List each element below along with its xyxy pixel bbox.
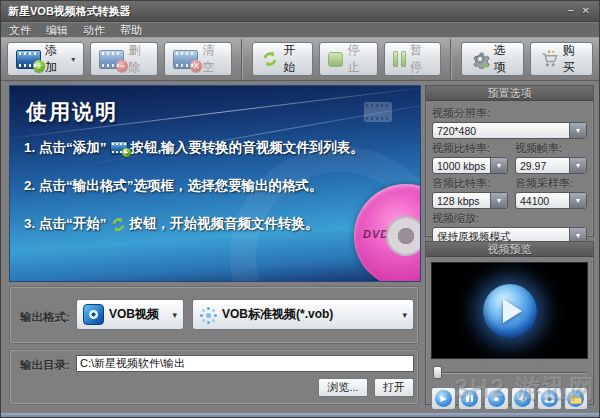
add-label: 添加 bbox=[45, 42, 65, 76]
add-dropdown-arrow-icon[interactable]: ▾ bbox=[71, 55, 75, 64]
folder-icon bbox=[567, 390, 584, 407]
open-button[interactable]: 打开 bbox=[374, 378, 414, 397]
chevron-down-icon[interactable]: ▾ bbox=[490, 158, 507, 173]
output-directory-input[interactable] bbox=[76, 355, 414, 372]
preview-panel-title: 视频预览 bbox=[426, 242, 593, 257]
resolution-select[interactable]: 720*480 ▾ bbox=[432, 122, 587, 139]
preview-pause-button[interactable] bbox=[458, 387, 483, 410]
add-button[interactable]: + 添加 ▾ bbox=[7, 42, 84, 76]
stop-button[interactable]: 停止 bbox=[319, 42, 378, 76]
combo-arrow-icon[interactable]: ▾ bbox=[172, 310, 177, 320]
seek-thumb[interactable] bbox=[433, 366, 442, 379]
inline-recycle-icon bbox=[110, 216, 127, 233]
video-bitrate-value: 1000 kbps bbox=[433, 158, 490, 173]
title-bar: 新星VOB视频格式转换器 – ✕ bbox=[1, 1, 599, 22]
chevron-down-icon[interactable]: ▾ bbox=[569, 158, 586, 173]
app-window: 新星VOB视频格式转换器 – ✕ 文件 编辑 动作 帮助 + 添加 ▾ − 删除… bbox=[0, 0, 600, 418]
preset-panel-title: 预置选项 bbox=[426, 86, 593, 101]
close-button-icon[interactable]: ✕ bbox=[582, 5, 590, 17]
pause-label: 暂停 bbox=[410, 42, 432, 76]
stop-icon: ■ bbox=[494, 395, 499, 403]
preview-mute-button[interactable] bbox=[511, 387, 536, 410]
samplerate-label: 音频采样率: bbox=[515, 176, 587, 191]
clear-button[interactable]: ✕ 清空 bbox=[164, 42, 232, 76]
output-format-group: 输出格式: VOB视频 ▾ VOB标准视频(*.vob) ▾ bbox=[9, 286, 419, 344]
instruction-step-3: 3. 点击“开始” 按钮，开始视频音频文件转换。 bbox=[24, 215, 319, 233]
video-preview-area bbox=[431, 262, 588, 359]
options-label: 选项 bbox=[494, 42, 515, 76]
gear-icon bbox=[470, 49, 490, 69]
output-format-select[interactable]: VOB视频 ▾ bbox=[76, 299, 184, 330]
profile-dots-icon bbox=[199, 306, 217, 324]
video-scale-label: 视频缩放: bbox=[432, 211, 587, 226]
stop-label: 停止 bbox=[347, 42, 369, 76]
inline-filmstrip-add-icon: + bbox=[110, 141, 128, 155]
minimize-button-icon[interactable]: – bbox=[568, 5, 574, 17]
delete-label: 删除 bbox=[128, 42, 149, 76]
stop-square-icon bbox=[328, 52, 343, 67]
window-title: 新星VOB视频格式转换器 bbox=[1, 4, 131, 19]
start-button[interactable]: 开始 bbox=[252, 42, 313, 76]
video-preview-panel: 视频预览 ▶ ■ bbox=[425, 241, 594, 405]
player-controls: ▶ ■ bbox=[431, 387, 588, 410]
instruction-step-1: 1. 点击“添加” + 按钮,输入要转换的音视频文件到列表。 bbox=[24, 139, 364, 157]
browse-button[interactable]: 浏览... bbox=[318, 378, 368, 397]
browse-label: 浏览... bbox=[327, 380, 358, 395]
options-button[interactable]: 选项 bbox=[461, 42, 524, 76]
filmstrip-clear-icon: ✕ bbox=[173, 50, 198, 69]
media-player-logo-icon bbox=[483, 284, 537, 338]
vob-format-icon bbox=[83, 304, 104, 325]
play-icon: ▶ bbox=[440, 395, 446, 403]
preview-snapshot-button[interactable] bbox=[537, 387, 562, 410]
samplerate-value: 44100 bbox=[516, 193, 569, 208]
toolbar-separator bbox=[241, 39, 243, 79]
pause-bars-icon bbox=[393, 51, 406, 67]
pause-icon bbox=[466, 395, 473, 402]
delete-button[interactable]: − 删除 bbox=[90, 42, 158, 76]
start-label: 开始 bbox=[283, 42, 304, 76]
resolution-label: 视频分辨率: bbox=[432, 106, 587, 121]
output-profile-select[interactable]: VOB标准视频(*.vob) ▾ bbox=[192, 299, 414, 330]
menu-file[interactable]: 文件 bbox=[9, 23, 31, 38]
start-recycle-icon bbox=[261, 50, 279, 68]
combo-arrow-icon[interactable]: ▾ bbox=[402, 310, 407, 320]
preview-folder-button[interactable] bbox=[564, 387, 589, 410]
output-directory-label: 输出目录: bbox=[20, 358, 70, 373]
video-bitrate-select[interactable]: 1000 kbps ▾ bbox=[432, 157, 508, 174]
menu-edit[interactable]: 编辑 bbox=[46, 23, 68, 38]
camera-icon bbox=[541, 390, 558, 407]
step1-text-pre: 1. 点击“添加” bbox=[24, 139, 107, 157]
window-bottom-edge bbox=[1, 413, 599, 417]
step3-text-post: 按钮，开始视频音频文件转换。 bbox=[130, 215, 319, 233]
samplerate-select[interactable]: 44100 ▾ bbox=[515, 192, 587, 209]
chevron-down-icon[interactable]: ▾ bbox=[569, 123, 586, 138]
instruction-step-2: 2. 点击“输出格式”选项框，选择您要输出的格式。 bbox=[24, 177, 323, 195]
menu-help[interactable]: 帮助 bbox=[120, 23, 142, 38]
step1-text-post: 按钮,输入要转换的音视频文件到列表。 bbox=[131, 139, 364, 157]
preview-play-button[interactable]: ▶ bbox=[431, 387, 456, 410]
video-bitrate-label: 视频比特率: bbox=[432, 141, 508, 156]
menu-action[interactable]: 动作 bbox=[83, 23, 105, 38]
seek-slider[interactable] bbox=[432, 366, 587, 379]
output-profile-value: VOB标准视频(*.vob) bbox=[222, 306, 333, 323]
buy-button[interactable]: 购买 bbox=[530, 42, 593, 76]
preview-stop-button[interactable]: ■ bbox=[484, 387, 509, 410]
filmstrip-delete-icon: − bbox=[99, 50, 124, 69]
step2-text: 2. 点击“输出格式”选项框，选择您要输出的格式。 bbox=[24, 177, 323, 195]
instructions-banner: DVD ROM 使用说明 1. 点击“添加” + 按钮,输入要转换的音视频文件到… bbox=[9, 85, 421, 282]
output-directory-group: 输出目录: 浏览... 打开 bbox=[9, 349, 419, 405]
output-format-value: VOB视频 bbox=[109, 306, 159, 323]
audio-bitrate-value: 128 kbps bbox=[433, 193, 490, 208]
framerate-label: 视频帧率: bbox=[515, 141, 587, 156]
instructions-heading: 使用说明 bbox=[26, 98, 118, 126]
preset-options-panel: 预置选项 视频分辨率: 720*480 ▾ 视频比特率: 1000 kbps ▾… bbox=[425, 85, 594, 237]
chevron-down-icon[interactable]: ▾ bbox=[490, 193, 507, 208]
pause-button[interactable]: 暂停 bbox=[384, 42, 441, 76]
chevron-down-icon[interactable]: ▾ bbox=[569, 193, 586, 208]
seek-track[interactable] bbox=[432, 372, 587, 374]
framerate-value: 29.97 bbox=[516, 158, 569, 173]
toolbar-separator bbox=[450, 39, 452, 79]
framerate-select[interactable]: 29.97 ▾ bbox=[515, 157, 587, 174]
cart-icon bbox=[539, 49, 559, 69]
audio-bitrate-select[interactable]: 128 kbps ▾ bbox=[432, 192, 508, 209]
